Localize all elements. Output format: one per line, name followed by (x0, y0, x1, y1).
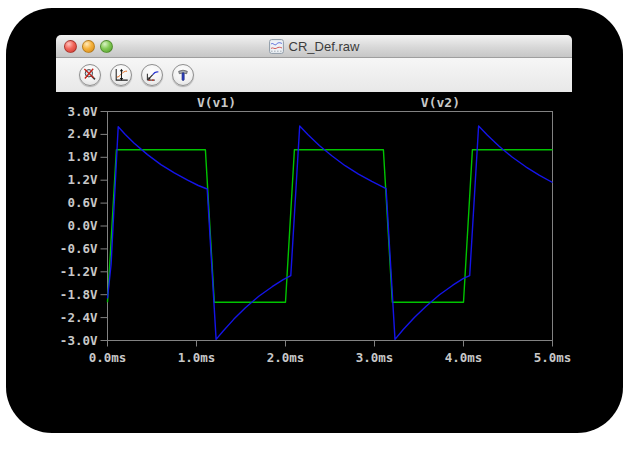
legend-V(v2): V(v2) (421, 95, 460, 110)
x-tick-label: 0.0ms (89, 350, 127, 365)
y-tick-label: -1.8V (60, 287, 98, 302)
waveform-document-icon (269, 39, 284, 54)
legend-V(v1): V(v1) (197, 95, 236, 110)
axes-autorange-icon (113, 67, 129, 83)
toolbar (56, 58, 572, 92)
autorange-button[interactable] (110, 64, 132, 86)
x-tick-label: 5.0ms (534, 350, 572, 365)
close-button[interactable] (64, 40, 77, 53)
y-tick-label: 1.2V (67, 172, 98, 187)
x-tick-label: 1.0ms (178, 350, 216, 365)
y-tick-label: 0.0V (67, 218, 98, 233)
waveform-plot-area[interactable]: 3.0V2.4V1.8V1.2V0.6V0.0V-0.6V-1.2V-1.8V-… (56, 92, 572, 415)
waveform-chart: 3.0V2.4V1.8V1.2V0.6V0.0V-0.6V-1.2V-1.8V-… (56, 92, 572, 415)
y-tick-label: -1.2V (60, 264, 98, 279)
magnifier-with-red-x-icon (82, 67, 98, 83)
window-title: CR_Def.raw (289, 39, 360, 54)
x-tick-label: 2.0ms (267, 350, 305, 365)
plot-cursor-icon (144, 67, 160, 83)
y-tick-label: 0.6V (67, 195, 98, 210)
x-tick-label: 3.0ms (356, 350, 394, 365)
zoom-undo-button[interactable] (79, 64, 101, 86)
y-tick-label: 1.8V (67, 149, 98, 164)
hammer-icon (175, 67, 191, 83)
trace-V(v2) (108, 126, 553, 339)
axis-box (108, 112, 553, 341)
y-tick-label: 3.0V (67, 104, 98, 119)
control-panel-button[interactable] (172, 64, 194, 86)
zoom-window-button[interactable] (100, 40, 113, 53)
y-tick-label: -3.0V (60, 333, 98, 348)
y-tick-label: 2.4V (67, 126, 98, 141)
x-tick-label: 4.0ms (445, 350, 483, 365)
waveform-viewer-window: CR_Def.raw (56, 35, 572, 415)
titlebar[interactable]: CR_Def.raw (56, 35, 572, 58)
y-tick-label: -2.4V (60, 310, 98, 325)
window-title-group: CR_Def.raw (269, 39, 360, 54)
traffic-lights (64, 40, 113, 53)
plot-settings-button[interactable] (141, 64, 163, 86)
minimize-button[interactable] (82, 40, 95, 53)
y-tick-label: -0.6V (60, 241, 98, 256)
